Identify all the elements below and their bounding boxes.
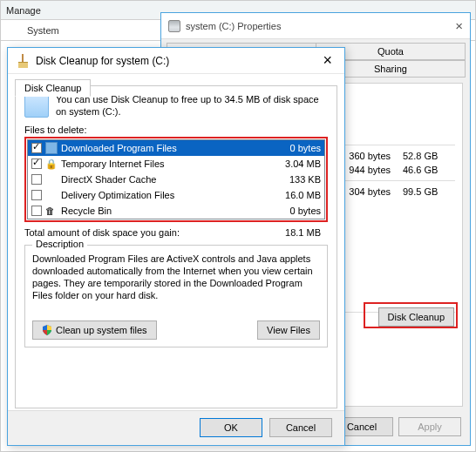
disk-cleanup-title: Disk Cleanup for system (C:) — [36, 55, 169, 67]
file-name: DirectX Shader Cache — [61, 174, 269, 185]
ok-button[interactable]: OK — [200, 418, 262, 437]
disk-cleanup-dialog: Disk Cleanup for system (C:) × Disk Clea… — [7, 47, 345, 446]
bin-icon — [45, 205, 58, 217]
gb-value: 46.6 GB — [403, 165, 455, 175]
properties-titlebar: system (C:) Properties × — [161, 13, 470, 39]
apply-button: Apply — [398, 417, 461, 436]
bytes-value: 360 bytes — [349, 151, 391, 161]
checkbox[interactable] — [31, 190, 42, 200]
drive-cleanup-icon — [24, 93, 49, 118]
file-size: 16.0 MB — [269, 190, 321, 200]
clean-system-files-button[interactable]: Clean up system files — [32, 320, 157, 340]
checkbox[interactable] — [31, 174, 42, 185]
description-group: Description Downloaded Program Files are… — [24, 245, 328, 347]
file-list-item[interactable]: Temporary Internet Files3.04 MB — [28, 156, 324, 172]
file-name: Delivery Optimization Files — [61, 190, 269, 200]
checkbox[interactable] — [31, 159, 42, 169]
shield-icon — [42, 325, 52, 335]
file-list-item[interactable]: Delivery Optimization Files16.0 MB — [28, 187, 324, 203]
disk-cleanup-content: You can use Disk Cleanup to free up to 3… — [15, 85, 337, 408]
bytes-value: 304 bytes — [349, 186, 391, 197]
cancel-button[interactable]: Cancel — [269, 418, 332, 437]
description-text: Downloaded Program Files are ActiveX con… — [32, 253, 320, 301]
close-icon[interactable]: × — [455, 18, 463, 33]
disk-cleanup-titlebar: Disk Cleanup for system (C:) × — [8, 48, 344, 74]
total-value: 18.1 MB — [285, 227, 328, 238]
file-size: 3.04 MB — [269, 159, 321, 169]
files-to-delete-label: Files to delete: — [24, 125, 328, 135]
file-size: 133 KB — [269, 174, 321, 185]
gb-value: 99.5 GB — [403, 186, 455, 197]
disk-cleanup-button[interactable]: Disk Cleanup — [378, 307, 454, 327]
total-label: Total amount of disk space you gain: — [24, 227, 180, 238]
file-name: Recycle Bin — [61, 206, 269, 216]
broom-icon — [17, 54, 31, 68]
file-icon — [45, 189, 58, 201]
highlight-box: Downloaded Program Files0 bytesTemporary… — [24, 137, 328, 222]
view-files-button[interactable]: View Files — [257, 320, 320, 340]
file-name: Downloaded Program Files — [61, 143, 269, 153]
file-icon — [45, 173, 58, 186]
lock-icon — [45, 158, 58, 170]
checkbox[interactable] — [31, 143, 42, 153]
checkbox[interactable] — [31, 206, 42, 216]
file-list-item[interactable]: DirectX Shader Cache133 KB — [28, 172, 324, 187]
file-list-item[interactable]: Recycle Bin0 bytes — [28, 203, 324, 219]
tab-disk-cleanup[interactable]: Disk Cleanup — [15, 79, 91, 97]
drive-icon — [168, 20, 180, 32]
file-size: 0 bytes — [269, 206, 321, 216]
gb-value: 52.8 GB — [403, 151, 455, 161]
bytes-value: 944 bytes — [349, 165, 391, 175]
description-label: Description — [32, 239, 87, 249]
clean-system-files-label: Clean up system files — [56, 325, 147, 335]
file-list-item[interactable]: Downloaded Program Files0 bytes — [28, 140, 324, 156]
file-list[interactable]: Downloaded Program Files0 bytesTemporary… — [27, 139, 325, 219]
file-name: Temporary Internet Files — [61, 159, 269, 169]
folder-icon — [45, 142, 58, 154]
close-icon[interactable]: × — [319, 51, 336, 70]
file-size: 0 bytes — [269, 143, 321, 153]
intro-text: You can use Disk Cleanup to free up to 3… — [56, 93, 328, 118]
properties-title: system (C:) Properties — [186, 21, 281, 31]
